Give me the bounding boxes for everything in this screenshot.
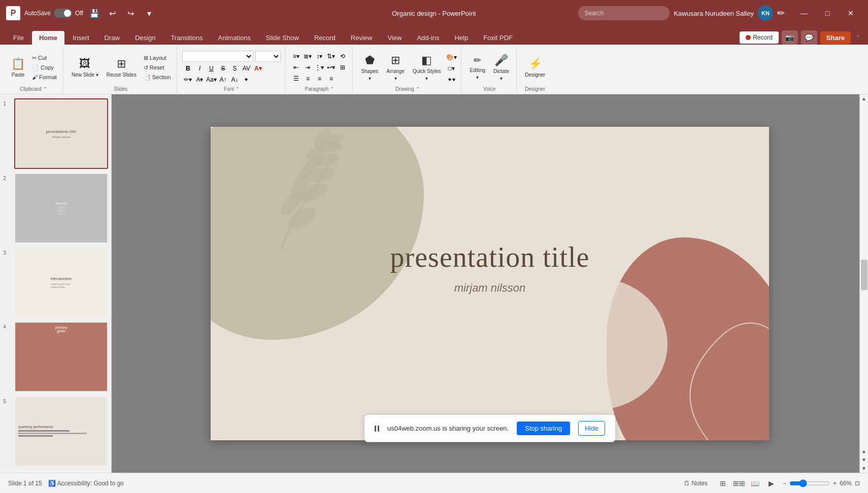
minimize-button[interactable]: — (793, 5, 815, 21)
font-size-select[interactable] (255, 51, 281, 62)
slide-thumb-5[interactable]: 5 quarterly performance (3, 396, 108, 467)
pen-icon[interactable]: ✏ (777, 8, 785, 19)
clear-format-button[interactable]: ✦ (241, 75, 252, 85)
notes-button[interactable]: 🗒 Notes (680, 478, 712, 488)
comment-icon-button[interactable]: 💬 (801, 30, 817, 45)
smartart-button[interactable]: ⊞ (337, 62, 348, 73)
tab-foxitpdf[interactable]: Foxit PDF (476, 31, 520, 45)
cut-button[interactable]: ✂ Cut (30, 54, 59, 62)
copy-button[interactable]: 📄 Copy (30, 63, 59, 72)
save-icon[interactable]: 💾 (87, 6, 102, 20)
hide-button[interactable]: Hide (578, 421, 605, 436)
slide-thumb-1[interactable]: 1 presentation title mirjam nilsson (3, 98, 108, 169)
share-button[interactable]: Share (820, 31, 851, 44)
column-button[interactable]: ⋮▾ (314, 62, 325, 73)
zoom-out-icon[interactable]: − (783, 480, 786, 487)
fit-to-window-icon[interactable]: ⊡ (855, 480, 860, 487)
paste-button[interactable]: 📋 Paste (8, 55, 28, 80)
editing-button[interactable]: ✏ Editing ▾ (466, 53, 488, 82)
pause-icon[interactable] (375, 426, 379, 432)
slide-thumb-3[interactable]: 3 introduction Lorem ipsum textcontent h… (3, 248, 108, 318)
indent-left-button[interactable]: ⇤ (290, 62, 302, 73)
slideshow-view-button[interactable]: ▶ (764, 477, 779, 489)
close-button[interactable]: ✕ (840, 5, 862, 21)
autosave-toggle[interactable] (54, 9, 72, 18)
tab-record[interactable]: Record (307, 31, 343, 45)
convert-button[interactable]: ⟲ (337, 51, 348, 61)
font-expand-icon[interactable]: ⌃ (236, 86, 240, 92)
tab-transitions[interactable]: Transitions (163, 31, 210, 45)
slide-canvas[interactable]: presentation title mirjam nilsson (211, 127, 769, 440)
text-direction-button[interactable]: ↩▾ (325, 62, 337, 73)
arrange-button[interactable]: ⊞ Arrange ▾ (383, 52, 408, 83)
scroll-next-slide-button[interactable]: ▼ (860, 455, 869, 464)
sort-button[interactable]: ⇅▾ (325, 51, 337, 61)
slide-sorter-button[interactable]: ⊞⊞ (732, 477, 746, 489)
tab-design[interactable]: Design (128, 31, 162, 45)
strikethrough-button[interactable]: S (217, 63, 228, 74)
align-center-button[interactable]: ≡ (302, 74, 313, 84)
section-button[interactable]: 📑 Section (142, 73, 173, 82)
tab-animations[interactable]: Animations (211, 31, 258, 45)
line-spacing-button[interactable]: ↕▾ (314, 51, 325, 61)
customize-icon[interactable]: ▾ (142, 6, 156, 20)
drawing-expand-icon[interactable]: ⌃ (416, 86, 420, 92)
dictate-button[interactable]: 🎤 Dictate ▾ (490, 52, 512, 83)
zoom-slider[interactable] (789, 479, 830, 487)
thumb-image-2[interactable]: agenda • Item 1• Item 2• Item 3 (14, 173, 108, 243)
character-spacing-button[interactable]: AV (241, 63, 252, 74)
shadow-button[interactable]: S (229, 63, 240, 74)
tab-review[interactable]: Review (344, 31, 380, 45)
underline-button[interactable]: U (206, 63, 217, 74)
increase-font-button[interactable]: A↑ (217, 75, 228, 85)
designer-button[interactable]: ⚡ Designer (522, 55, 548, 80)
clipboard-expand-icon[interactable]: ⌃ (43, 86, 47, 92)
ribbon-collapse-button[interactable]: ▴ (854, 30, 862, 39)
tab-addins[interactable]: Add-ins (410, 31, 446, 45)
reuse-slides-button[interactable]: ⊞ Reuse Slides (104, 55, 140, 80)
font-family-select[interactable] (182, 51, 253, 62)
record-button[interactable]: Record (740, 31, 779, 44)
tab-file[interactable]: File (6, 31, 31, 45)
thumb-image-3[interactable]: introduction Lorem ipsum textcontent her… (14, 248, 108, 318)
scroll-down-button[interactable]: ▼ (860, 464, 869, 473)
thumb-image-4[interactable]: primarygoals (14, 322, 108, 392)
new-slide-button[interactable]: 🖼 New Slide ▾ (69, 55, 102, 80)
tab-insert[interactable]: Insert (65, 31, 96, 45)
thumb-image-5[interactable]: quarterly performance (14, 396, 108, 467)
thumb-image-1[interactable]: presentation title mirjam nilsson (14, 98, 108, 169)
align-left-button[interactable]: ☰ (290, 74, 302, 84)
align-right-button[interactable]: ≡ (314, 74, 325, 84)
zoom-in-icon[interactable]: + (833, 480, 837, 487)
align-justify-button[interactable]: ≡ (325, 74, 337, 84)
decrease-font-button[interactable]: A↓ (229, 75, 240, 85)
layout-button[interactable]: ⊞ Layout (142, 54, 173, 62)
shape-effects-button[interactable]: ✦▾ (446, 75, 457, 85)
slide-title-area[interactable]: presentation title mirjam nilsson (390, 241, 590, 295)
tab-draw[interactable]: Draw (97, 31, 127, 45)
normal-view-button[interactable]: ⊞ (716, 477, 730, 489)
scroll-thumb[interactable] (861, 260, 867, 290)
maximize-button[interactable]: □ (816, 5, 839, 21)
undo-icon[interactable]: ↩ (106, 6, 120, 20)
bullets-button[interactable]: ≡▾ (290, 51, 302, 61)
tab-view[interactable]: View (380, 31, 409, 45)
italic-button[interactable]: I (194, 63, 205, 74)
scroll-prev-slide-button[interactable]: ▲ (860, 447, 869, 455)
slide-thumb-2[interactable]: 2 agenda • Item 1• Item 2• Item 3 (3, 173, 108, 243)
bold-button[interactable]: B (182, 63, 193, 74)
search-input[interactable] (578, 6, 670, 20)
redo-icon[interactable]: ↪ (124, 6, 138, 20)
reading-view-button[interactable]: 📖 (748, 477, 762, 489)
tab-home[interactable]: Home (32, 31, 64, 45)
slide-thumb-4[interactable]: 4 primarygoals (3, 322, 108, 392)
tab-help[interactable]: Help (447, 31, 475, 45)
font-color-button[interactable]: A▾ (252, 63, 263, 74)
shape-fill-button[interactable]: 🎨▾ (446, 52, 457, 62)
format-painter-button[interactable]: 🖌 Format (30, 73, 59, 81)
scroll-up-button[interactable]: ▲ (860, 94, 869, 103)
reset-button[interactable]: ↺ Reset (142, 63, 173, 72)
shapes-button[interactable]: ⬟ Shapes ▾ (358, 52, 381, 83)
shape-outline-button[interactable]: □▾ (446, 63, 457, 74)
font-color-2-button[interactable]: A▾ (194, 75, 205, 85)
